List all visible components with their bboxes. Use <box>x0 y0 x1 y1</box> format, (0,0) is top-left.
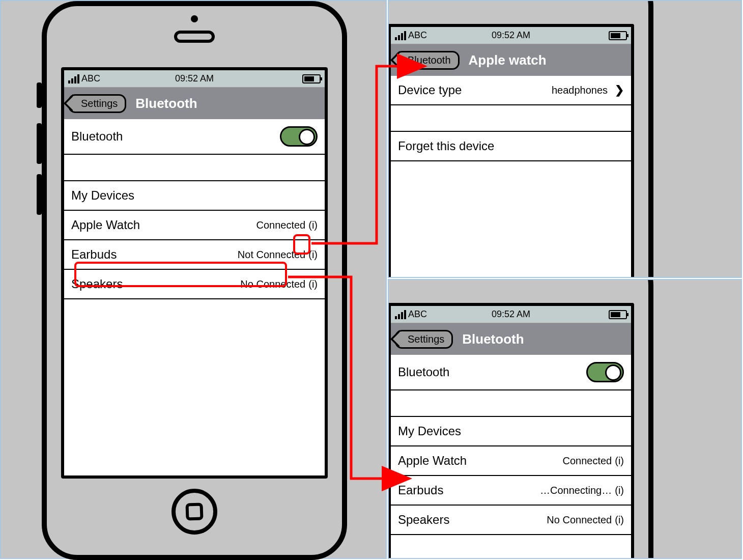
bluetooth-toggle[interactable] <box>280 126 318 147</box>
info-icon[interactable]: (i) <box>308 249 318 261</box>
back-button[interactable]: Settings <box>395 330 453 349</box>
status-bar: ABC 09:52 AM <box>64 70 325 88</box>
info-icon[interactable]: (i) <box>308 278 318 290</box>
signal-icon <box>395 31 406 40</box>
signal-icon <box>395 310 406 319</box>
panel-main: ABC 09:52 AM Settings Bluetooth Bluetoot… <box>0 0 387 559</box>
device-name: Earbuds <box>398 483 443 497</box>
nav-bar: Settings Bluetooth <box>391 323 631 355</box>
device-type-row[interactable]: Device type headphones ❯ <box>391 76 631 105</box>
my-devices-header: My Devices <box>64 181 325 211</box>
device-status: Connected <box>256 219 305 231</box>
clock-label: 09:52 AM <box>175 73 214 84</box>
battery-icon <box>609 310 627 319</box>
phone-frame: ABC 09:52 AM Settings Bluetooth Bluetoot… <box>388 279 653 559</box>
clock-label: 09:52 AM <box>492 309 530 320</box>
panel-device-detail: ABC 09:52 AM Bluetooth Apple watch Devic… <box>388 0 742 278</box>
phone-frame: ABC 09:52 AM Bluetooth Apple watch Devic… <box>388 0 653 278</box>
forget-device-label: Forget this device <box>398 139 494 153</box>
spacer <box>391 105 631 132</box>
section-header-label: My Devices <box>398 424 461 438</box>
my-devices-header: My Devices <box>391 417 631 446</box>
page-title: Bluetooth <box>462 331 524 347</box>
device-type-value: headphones <box>552 85 608 96</box>
page-title: Apple watch <box>469 52 547 68</box>
carrier-label: ABC <box>81 73 100 84</box>
back-button[interactable]: Settings <box>68 94 126 113</box>
info-icon[interactable]: (i) <box>615 514 624 526</box>
spacer <box>391 390 631 417</box>
device-type-label: Device type <box>398 83 462 97</box>
panel-connecting: ABC 09:52 AM Settings Bluetooth Bluetoot… <box>388 279 742 559</box>
battery-icon <box>302 74 321 83</box>
device-name: Speakers <box>71 277 123 291</box>
device-status: No Connected <box>240 278 305 290</box>
bluetooth-toggle[interactable] <box>586 362 624 382</box>
section-header-label: My Devices <box>71 188 134 203</box>
screen-bluetooth-list: ABC 09:52 AM Settings Bluetooth Bluetoot… <box>61 67 328 479</box>
device-row-apple-watch[interactable]: Apple Watch Connected (i) <box>391 446 631 476</box>
forget-device-row[interactable]: Forget this device <box>391 132 631 161</box>
device-status: Connected <box>562 455 612 467</box>
signal-icon <box>68 74 79 83</box>
bluetooth-toggle-row: Bluetooth <box>391 355 631 390</box>
toggle-label: Bluetooth <box>71 129 123 144</box>
nav-bar: Bluetooth Apple watch <box>391 44 631 76</box>
device-row-earbuds[interactable]: Earbuds …Connecting… (i) <box>391 476 631 506</box>
carrier-label: ABC <box>408 309 427 320</box>
device-row-speakers[interactable]: Speakers No Connected (i) <box>391 506 631 535</box>
device-status: No Connected <box>547 514 612 526</box>
phone-frame: ABC 09:52 AM Settings Bluetooth Bluetoot… <box>42 1 347 560</box>
device-status: Not Connected <box>238 249 305 261</box>
chevron-right-icon: ❯ <box>615 83 624 97</box>
home-button[interactable] <box>172 489 217 535</box>
device-row-speakers[interactable]: Speakers No Connected (i) <box>64 270 325 299</box>
back-button[interactable]: Bluetooth <box>395 51 460 70</box>
info-icon[interactable]: (i) <box>615 485 624 496</box>
spacer <box>64 155 325 181</box>
device-name: Apple Watch <box>71 218 140 232</box>
clock-label: 09:52 AM <box>492 30 530 41</box>
page-title: Bluetooth <box>135 96 197 111</box>
info-icon[interactable]: (i) <box>308 219 318 231</box>
device-row-apple-watch[interactable]: Apple Watch Connected (i) <box>64 211 325 240</box>
status-bar: ABC 09:52 AM <box>391 27 631 44</box>
bluetooth-toggle-row: Bluetooth <box>64 119 325 155</box>
device-status: …Connecting… <box>540 485 612 496</box>
status-bar: ABC 09:52 AM <box>391 306 631 323</box>
device-name: Speakers <box>398 513 449 527</box>
nav-bar: Settings Bluetooth <box>64 88 325 119</box>
screen-device-detail: ABC 09:52 AM Bluetooth Apple watch Devic… <box>388 24 634 278</box>
device-name: Apple Watch <box>398 454 467 468</box>
info-icon[interactable]: (i) <box>615 455 624 467</box>
device-name: Earbuds <box>71 247 117 262</box>
carrier-label: ABC <box>408 30 427 41</box>
device-row-earbuds[interactable]: Earbuds Not Connected (i) <box>64 240 325 270</box>
toggle-label: Bluetooth <box>398 365 449 379</box>
battery-icon <box>609 31 627 40</box>
screen-bluetooth-connecting: ABC 09:52 AM Settings Bluetooth Bluetoot… <box>388 303 634 559</box>
